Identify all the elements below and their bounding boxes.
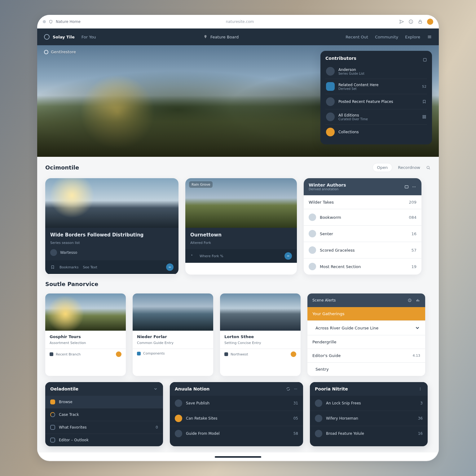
pin-icon [203,34,208,39]
dark-row[interactable]: What Favorites0 [45,421,163,434]
author-avatar [50,249,57,256]
avatar-icon [315,415,322,422]
tag-icon [137,352,141,355]
dark-row[interactable]: Browse [45,396,163,408]
nav-link-community[interactable]: Community [375,35,398,39]
info-icon[interactable] [408,19,413,24]
search-icon[interactable] [426,165,431,170]
avatar-icon [315,399,322,407]
open-button[interactable] [166,263,174,271]
svg-point-21 [420,389,421,389]
avatar-icon [326,112,335,121]
stack-item[interactable]: Across River Guide Course Line [307,320,425,335]
more-icon[interactable] [293,386,298,391]
dark-row[interactable]: Wifery Horseman36 [310,411,428,426]
chevron-down-icon [415,325,420,331]
browser-tab-label[interactable]: Nature Home [56,20,81,24]
dark-row[interactable]: An Lock Snip Frees3 [310,396,428,411]
bar-icon[interactable] [415,298,420,303]
author-name: Wartesso [60,250,77,255]
mini-thumb [133,293,213,331]
hero-panel-item[interactable]: Related Content HereDerived Set 52 [325,79,427,94]
dark-row[interactable]: Editor – Outlook [45,434,163,446]
authors-list-card: Winter Authors Derived annotation Wilder… [304,178,421,275]
hero-banner: Gentlrestore Contributors AndersonSeries… [37,45,439,157]
mini-thumb [220,293,301,331]
menu-icon[interactable] [427,34,432,39]
hero-panel-item[interactable]: Posted Recent Feature Places [325,94,427,109]
svg-point-20 [420,388,421,388]
card-icon[interactable] [404,184,409,189]
stack-item[interactable]: Sentry [307,362,425,376]
filter-button[interactable]: Open [372,163,393,172]
chevron-down-icon[interactable] [153,386,158,391]
list-item[interactable]: Scored Graceless57 [304,242,421,258]
sort-label[interactable]: Recordnow [398,165,420,170]
svg-rect-16 [419,300,419,302]
stack-item[interactable]: Pendergrille [307,335,425,349]
brand[interactable]: Solay Tile [44,34,75,40]
send-icon[interactable] [399,19,404,24]
nav-link-explore[interactable]: Explore [405,35,420,39]
list-item[interactable]: Most Recent Section19 [304,258,421,275]
folder-icon [50,399,55,404]
dark-row[interactable]: Broad Feature Yolule16 [310,426,428,441]
list-item[interactable]: Senter16 [304,225,421,242]
avatar-icon [175,415,182,422]
card-title: Ournettown [190,232,292,238]
hero-panel-item[interactable]: Collections [325,124,427,139]
open-button[interactable] [284,252,292,260]
stack-item[interactable]: Editor's Guide4.13 [307,349,425,362]
feature-card[interactable]: Rain Grove Ournettown Altered Fork Where… [185,178,297,275]
grid-icon[interactable] [422,115,426,119]
hero-panel-item[interactable]: All EditionsCurated Over Time [325,109,427,124]
hero-panel-item[interactable]: AndersonSeries Guide List [325,64,427,79]
section-head-favorites: Soutle Panorvice [45,281,431,287]
content-scroll[interactable]: Ocimontile Open Recordnow Wide Borders F… [37,157,439,452]
profile-avatar[interactable] [427,19,433,25]
avatar-icon [315,430,322,437]
nav-link-for-you[interactable]: For You [82,35,96,39]
svg-rect-9 [405,186,408,188]
bookmark-icon[interactable] [50,265,55,270]
dark-row[interactable]: Can Retake Sites05 [170,411,303,426]
svg-rect-3 [423,115,424,117]
progress-icon [50,412,55,417]
clock-icon[interactable] [407,298,412,303]
svg-rect-1 [419,21,421,23]
thumb-label: Rain Grove [189,181,213,188]
feature-card[interactable]: Wide Borders Followed Distributing Serie… [45,178,178,275]
svg-point-22 [420,390,421,390]
card-thumbnail [45,178,178,228]
nav-link-recent[interactable]: Recent Out [346,35,368,39]
dark-panel-categories: Oeladontile Browse Case Track What Favor… [45,382,163,446]
list-item[interactable]: Wilder Takes209 [304,195,421,209]
refresh-icon[interactable] [286,386,291,391]
list-item[interactable]: Bookworm084 [304,209,421,225]
more-icon[interactable] [412,184,416,189]
dark-row[interactable]: Case Track [45,408,163,421]
brand-name: Solay Tile [53,35,75,39]
breadcrumb-icon [44,50,48,54]
hero-side-panel: Contributors AndersonSeries Guide List R… [320,51,432,144]
bookmark-icon[interactable] [422,99,426,104]
lock-icon[interactable] [418,19,423,24]
nav-center[interactable]: Feature Board [203,34,239,39]
more-icon[interactable] [418,386,423,391]
breadcrumb[interactable]: Gentlrestore [44,50,76,54]
dark-row[interactable]: Guide From Model58 [170,426,303,441]
svg-rect-15 [417,299,418,302]
svg-point-19 [297,389,297,389]
address-label[interactable]: naturesite.com [86,20,394,24]
alert-banner[interactable]: Your Gatherings [307,307,425,320]
expand-icon[interactable] [423,58,427,62]
dark-row[interactable]: Save Publish31 [170,396,303,411]
mini-card[interactable]: Gosphir ToursAssortment Selection Recent… [45,293,126,376]
svg-rect-2 [423,58,426,61]
mini-card[interactable]: Lorton StheeSetting Concise Entry Northw… [220,293,301,376]
mini-card[interactable]: Nieder ForlarCommon Guide Entry Componen… [133,293,213,376]
section-title: Ocimontile [45,164,79,171]
svg-point-7 [427,166,429,169]
avatar-icon [326,97,335,106]
card-subtitle: Series season list [50,241,174,245]
